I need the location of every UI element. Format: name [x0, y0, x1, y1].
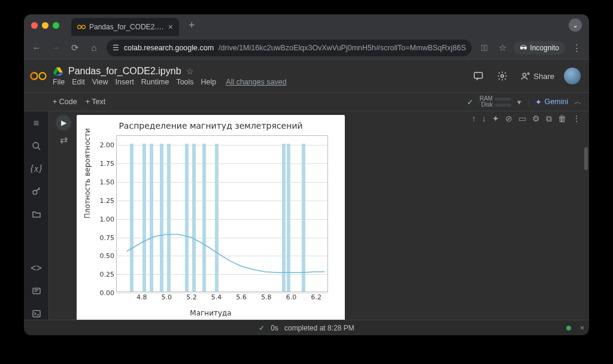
run-cell-button[interactable]: ▶ — [56, 115, 71, 131]
address-bar: ← → ⟳ ⌂ ☰ colab.research.google.com/driv… — [24, 36, 589, 60]
svg-point-1 — [82, 25, 86, 29]
nav-back-button[interactable]: ← — [30, 43, 43, 53]
cell-move-down-icon[interactable]: ↓ — [482, 114, 486, 124]
kernel-status-dot — [566, 326, 571, 330]
browser-tab[interactable]: Pandas_for_CODE2.ipynb - C × — [71, 18, 179, 36]
menu-edit[interactable]: Edit — [72, 78, 85, 86]
status-close-icon[interactable]: × — [580, 324, 584, 332]
settings-button[interactable] — [493, 68, 511, 84]
home-button[interactable]: ⌂ — [87, 43, 101, 53]
document-title[interactable]: Pandas_for_CODE2.ipynb — [68, 66, 181, 77]
status-message: completed at 8:28 PM — [284, 324, 354, 332]
scrollbar-thumb[interactable] — [584, 147, 588, 170]
incognito-icon: 🕶 — [520, 44, 527, 52]
ytick: 1.00 — [100, 215, 115, 223]
cell-delete-icon[interactable]: 🗑 — [558, 114, 566, 124]
search-icon[interactable] — [24, 140, 48, 152]
star-button[interactable]: ☆ — [186, 66, 194, 76]
status-check-icon: ✓ — [259, 324, 265, 332]
notebook-toolbar: + Code + Text ✓ RAM Disk ▾ | ✦ Gemini ︿ — [24, 92, 589, 111]
menu-insert[interactable]: Insert — [116, 78, 134, 86]
variables-icon[interactable]: {x} — [24, 163, 48, 175]
tab-title: Pandas_for_CODE2.ipynb - C — [89, 23, 165, 31]
chart-ylabel: Плотность вероятности — [83, 128, 92, 219]
terminal-icon[interactable] — [24, 308, 48, 320]
menu-file[interactable]: File — [53, 78, 65, 86]
cell-more-icon[interactable]: ⋮ — [572, 114, 581, 124]
eye-off-icon[interactable]: 👁̸ — [478, 43, 491, 53]
svg-point-7 — [528, 73, 530, 75]
menu-help[interactable]: Help — [201, 78, 217, 86]
menu-view[interactable]: View — [92, 78, 108, 86]
browser-menu-button[interactable]: ⋮ — [570, 43, 583, 53]
close-window-button[interactable] — [31, 22, 38, 29]
cell-mirror-icon[interactable]: ⧉ — [546, 114, 552, 124]
new-tab-button[interactable]: + — [189, 19, 195, 32]
bookmark-star-icon[interactable]: ☆ — [496, 43, 509, 53]
site-info-icon[interactable]: ☰ — [113, 44, 119, 52]
colab-logo-icon[interactable] — [30, 71, 47, 81]
menu-runtime[interactable]: Runtime — [141, 78, 169, 86]
tab-overflow-button[interactable]: ⌄ — [569, 19, 582, 32]
url-input[interactable]: ☰ colab.research.google.com/drive/1Mi16k… — [107, 40, 472, 56]
svg-point-5 — [501, 75, 504, 78]
reload-button[interactable]: ⟳ — [68, 43, 81, 53]
cell-move-up-icon[interactable]: ↑ — [472, 114, 476, 124]
svg-point-0 — [78, 25, 81, 29]
cell-comment-icon[interactable]: ▭ — [518, 114, 526, 124]
collapse-toolbar-button[interactable]: ︿ — [574, 97, 582, 107]
toc-icon[interactable]: ≡ — [24, 117, 48, 129]
ytick: 0.00 — [100, 289, 115, 297]
titlebar: Pandas_for_CODE2.ipynb - C × + ⌄ — [24, 14, 589, 36]
share-button[interactable]: Share — [517, 69, 558, 83]
xtick: 5.2 — [186, 293, 197, 301]
url-path: /drive/1Mi16kc2uwBzoElqx3OvXwVuPj0mnH5h#… — [219, 44, 466, 52]
user-avatar[interactable] — [564, 68, 581, 84]
svg-point-3 — [39, 72, 45, 79]
svg-rect-4 — [475, 72, 483, 78]
command-palette-icon[interactable] — [24, 285, 48, 297]
gemini-button[interactable]: ✦ Gemini — [535, 98, 568, 107]
xtick: 6.2 — [311, 293, 321, 301]
xtick: 5.6 — [236, 293, 247, 301]
svg-point-6 — [523, 73, 526, 76]
url-host: colab.research.google.com — [124, 44, 214, 52]
xtick: 5.4 — [211, 293, 222, 301]
menubar: File Edit View Insert Runtime Tools Help… — [53, 78, 287, 86]
menu-tools[interactable]: Tools — [176, 78, 193, 86]
ytick: 1.50 — [100, 178, 115, 186]
kde-curve — [117, 136, 327, 292]
maximize-window-button[interactable] — [53, 22, 59, 29]
status-bar: ✓ 0s completed at 8:28 PM × — [24, 320, 589, 335]
incognito-badge[interactable]: 🕶 Incognito — [514, 41, 565, 54]
notebook-area[interactable]: ↑ ↓ ✦ ⊘ ▭ ⚙ ⧉ 🗑 ⋮ ▶ ⇄ Распре — [49, 111, 589, 320]
colab-favicon-icon — [77, 23, 86, 31]
cell-settings-icon[interactable]: ⚙ — [532, 114, 540, 124]
drive-icon — [53, 66, 63, 76]
toggle-output-icon[interactable]: ⇄ — [60, 134, 68, 145]
code-snippets-icon[interactable]: <> — [24, 262, 48, 274]
minimize-window-button[interactable] — [42, 22, 48, 29]
files-icon[interactable] — [24, 208, 48, 220]
resource-meter[interactable]: RAM Disk — [480, 96, 511, 108]
chart-xlabel: Магнитуда — [80, 309, 341, 317]
xtick: 6.0 — [286, 293, 297, 301]
tab-close-icon[interactable]: × — [168, 22, 173, 32]
cell-gemini-icon[interactable]: ✦ — [492, 114, 499, 124]
svg-rect-11 — [33, 311, 40, 317]
xtick: 5.0 — [162, 293, 172, 301]
notebook-body: ≡ {x} <> ↑ ↓ ✦ ⊘ ▭ ⚙ ⧉ 🗑 ⋮ — [24, 111, 589, 320]
add-code-button[interactable]: + Code — [53, 98, 77, 106]
xtick: 5.8 — [261, 293, 272, 301]
runtime-status-icon: ✓ — [467, 98, 474, 107]
ytick: 0.50 — [100, 252, 115, 260]
ytick: 2.00 — [100, 141, 115, 149]
runtime-dropdown-icon[interactable]: ▾ — [517, 98, 521, 107]
left-rail: ≡ {x} <> — [24, 111, 49, 320]
add-text-button[interactable]: + Text — [86, 98, 105, 106]
comments-button[interactable] — [469, 68, 487, 84]
nav-forward-button[interactable]: → — [49, 43, 62, 53]
save-status[interactable]: All changes saved — [226, 78, 286, 86]
cell-link-icon[interactable]: ⊘ — [505, 114, 512, 124]
secrets-icon[interactable] — [24, 186, 48, 198]
